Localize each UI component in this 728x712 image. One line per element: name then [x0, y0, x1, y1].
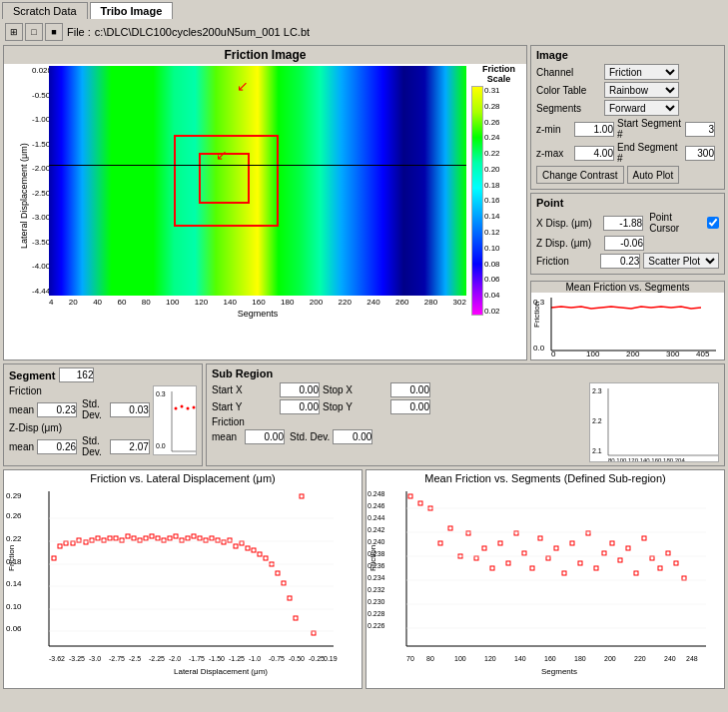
grid-icon[interactable]: ⊞	[5, 23, 23, 41]
zdisp-label: Z Disp. (μm)	[536, 238, 601, 249]
friction-point-label: Friction	[536, 256, 597, 267]
svg-text:0.3: 0.3	[156, 390, 166, 397]
svg-rect-64	[77, 538, 81, 542]
segments-select[interactable]: Forward	[604, 100, 679, 116]
svg-text:Lateral Displacement (μm): Lateral Displacement (μm)	[174, 667, 268, 676]
svg-text:-3.0: -3.0	[89, 655, 101, 662]
svg-rect-168	[674, 561, 678, 565]
sub-mean-input[interactable]	[245, 429, 285, 444]
z-disp-label: Z-Disp (μm)	[9, 422, 74, 433]
svg-rect-137	[418, 501, 422, 505]
stop-x-input[interactable]	[390, 382, 430, 397]
svg-text:Segments: Segments	[541, 667, 577, 676]
middle-section: Segment Friction mean Std. Dev. Z-Disp	[3, 363, 725, 466]
std-dev-label: Std. Dev.	[82, 398, 107, 420]
change-contrast-button[interactable]: Change Contrast	[536, 166, 624, 184]
svg-text:248: 248	[686, 655, 698, 662]
svg-rect-146	[498, 541, 502, 545]
svg-text:0.226: 0.226	[367, 622, 385, 629]
square-icon[interactable]: □	[25, 23, 43, 41]
color-table-label: Color Table	[536, 85, 601, 96]
svg-rect-101	[300, 494, 304, 498]
z-mean-input[interactable]	[37, 439, 77, 454]
svg-text:-1.50: -1.50	[209, 655, 225, 662]
file-label: File :	[67, 26, 91, 38]
auto-plot-button[interactable]: Auto Plot	[627, 166, 680, 184]
arrow-icon-2: ↙	[216, 147, 228, 163]
tab-scratch-data[interactable]: Scratch Data	[2, 2, 88, 19]
xdisp-input[interactable]	[603, 216, 643, 231]
bottom-right-chart: Mean Friction vs. Segments (Defined Sub-…	[365, 469, 725, 689]
svg-rect-73	[132, 536, 136, 540]
svg-rect-99	[288, 596, 292, 600]
svg-text:-2.0: -2.0	[169, 655, 181, 662]
svg-rect-61	[58, 544, 62, 548]
zmin-input[interactable]	[574, 122, 614, 137]
xdisp-label: X Disp. (μm)	[536, 218, 600, 229]
z-std-input[interactable]	[110, 439, 150, 454]
start-seg-label: Start Segment #	[617, 118, 682, 140]
svg-text:80: 80	[426, 655, 434, 662]
svg-rect-83	[192, 534, 196, 538]
scatter-plot-select[interactable]: Scatter Plot	[643, 253, 719, 269]
h-line	[49, 165, 466, 166]
friction-input[interactable]	[600, 254, 640, 269]
tab-tribo-image[interactable]: Tribo Image	[90, 2, 174, 19]
svg-rect-102	[312, 631, 316, 635]
sub-mean-label: mean	[212, 431, 242, 442]
svg-rect-160	[610, 541, 614, 545]
sub-std-input[interactable]	[333, 429, 372, 444]
friction-stat-label: Friction	[9, 385, 49, 396]
image-group: Image Channel Friction Color Table Rainb…	[530, 45, 725, 190]
channel-select[interactable]: Friction	[604, 64, 679, 80]
svg-text:0.0: 0.0	[156, 442, 166, 449]
mean-input[interactable]	[37, 402, 77, 417]
svg-rect-90	[234, 544, 238, 548]
svg-rect-68	[102, 538, 106, 542]
svg-text:70: 70	[406, 655, 414, 662]
svg-rect-98	[282, 581, 286, 585]
friction-y-label: Lateral Displacement (μm)	[19, 209, 29, 249]
svg-text:0.19: 0.19	[324, 655, 338, 662]
svg-rect-75	[144, 536, 148, 540]
bottom-right-title: Mean Friction vs. Segments (Defined Sub-…	[366, 470, 724, 486]
end-seg-input[interactable]	[685, 146, 715, 161]
svg-text:-0.75: -0.75	[269, 655, 285, 662]
sub-friction-label: Friction	[212, 416, 277, 427]
image-group-title: Image	[536, 49, 719, 61]
z-std-label: Std. Dev.	[82, 435, 107, 457]
y-ticks: 0.0280 -0.500 -1.000 -1.500 -2.000 -2.50…	[32, 66, 48, 296]
sub-coords: Start X Stop X Start Y Stop Y Friction	[212, 382, 584, 462]
start-x-input[interactable]	[280, 382, 320, 397]
color-table-select[interactable]: Rainbow	[604, 82, 679, 98]
zmax-input[interactable]	[574, 146, 614, 161]
svg-rect-164	[642, 536, 646, 540]
svg-text:0.246: 0.246	[367, 502, 385, 509]
svg-rect-152	[546, 556, 550, 560]
sub-region-chart: 2.3 2.2 2.1 80 100 120 140 160 180 204	[589, 382, 719, 462]
zdisp-input[interactable]	[604, 236, 644, 251]
svg-rect-150	[530, 566, 534, 570]
std-dev-input[interactable]	[110, 402, 150, 417]
svg-rect-149	[522, 551, 526, 555]
svg-rect-85	[204, 538, 208, 542]
start-y-input[interactable]	[280, 399, 320, 414]
start-seg-input[interactable]	[685, 122, 715, 137]
segment-input[interactable]	[59, 367, 94, 382]
stop-y-input[interactable]	[390, 399, 430, 414]
bottom-section: Friction vs. Lateral Displacement (μm) 0…	[3, 469, 725, 689]
svg-rect-89	[228, 538, 232, 542]
bottom-left-svg: 0.29 0.26 0.22 0.18 0.14 0.10 0.06 Frict…	[4, 486, 362, 676]
svg-text:0.240: 0.240	[367, 538, 385, 545]
svg-rect-166	[658, 566, 662, 570]
svg-rect-81	[180, 538, 184, 542]
mean-friction-title: Mean Friction vs. Segments	[531, 282, 724, 293]
svg-text:-1.0: -1.0	[249, 655, 261, 662]
svg-rect-80	[174, 534, 178, 538]
point-cursor-checkbox[interactable]	[707, 217, 719, 229]
svg-rect-163	[634, 571, 638, 575]
z-mean-label: mean	[9, 441, 34, 452]
svg-rect-151	[538, 536, 542, 540]
dark-icon[interactable]: ■	[45, 23, 63, 41]
svg-text:-2.25: -2.25	[149, 655, 165, 662]
